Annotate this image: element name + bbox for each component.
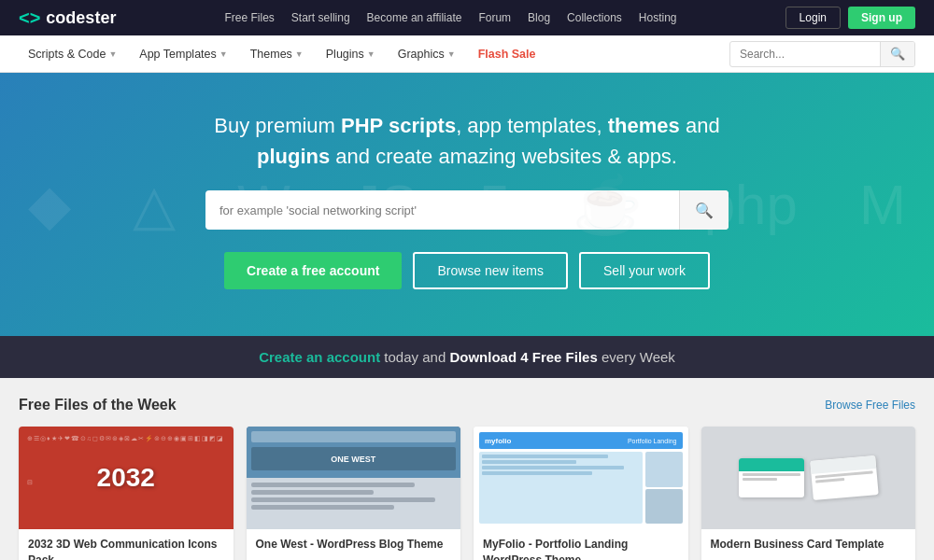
biz-card-color-band: [739, 458, 804, 471]
drupal-icon: ◆: [28, 172, 71, 237]
bizcard-preview: [701, 427, 916, 529]
card-info: MyFolio - Portfolio Landing WordPress Th…: [474, 529, 688, 560]
logo-icon: <>: [19, 7, 40, 29]
nav-forum[interactable]: Forum: [478, 11, 511, 24]
nav-graphics[interactable]: Graphics ▼: [389, 48, 465, 61]
card-thumbnail: ⊕☰◎♦★✈❤☎⊙♫ ◻⚙✉⊛◈⊠☁✂⚡⊚ ⊖⊕◉▣⊞◧◨◩◪⊟ 2032: [19, 427, 234, 529]
browse-items-button[interactable]: Browse new items: [413, 252, 568, 289]
chevron-down-icon: ▼: [219, 49, 228, 59]
search-box: 🔍: [729, 41, 915, 67]
login-button[interactable]: Login: [785, 7, 841, 29]
logo[interactable]: <> codester: [19, 7, 116, 29]
card-title: 2032 3D Web Communication Icons Pack: [28, 537, 224, 560]
signup-button[interactable]: Sign up: [848, 7, 915, 29]
chevron-down-icon: ▼: [447, 49, 456, 59]
chevron-down-icon: ▼: [367, 49, 375, 59]
wp-blog-preview: ONE WEST: [247, 427, 461, 529]
nav-hosting[interactable]: Hosting: [639, 11, 677, 24]
promo-text1: today and: [380, 349, 449, 365]
promo-bold: Download 4 Free Files: [449, 349, 597, 365]
nav-blog[interactable]: Blog: [528, 11, 550, 24]
card-thumbnail: myfolio Portfolio Landing: [474, 427, 688, 529]
card-thumbnail: [701, 427, 916, 529]
hero-search-input[interactable]: [205, 194, 679, 227]
nav-themes[interactable]: Themes ▼: [241, 48, 313, 61]
card-info: Modern Business Card Template ☰ 👍 🖥 ★★★★…: [701, 529, 916, 560]
card-info: 2032 3D Web Communication Icons Pack ☰ 👍…: [19, 529, 234, 560]
unity-icon: △: [133, 172, 176, 237]
nav-affiliate[interactable]: Become an affiliate: [367, 11, 462, 24]
promo-accent[interactable]: Create an account: [259, 349, 380, 365]
free-files-section: Free Files of the Week Browse Free Files…: [0, 378, 934, 560]
search-button[interactable]: 🔍: [880, 41, 914, 67]
hero-search-form: 🔍: [205, 190, 729, 230]
search-icon: 🔍: [890, 47, 905, 61]
card-title: Modern Business Card Template: [711, 537, 907, 553]
top-nav-right: Login Sign up: [785, 7, 915, 29]
search-icon: 🔍: [695, 203, 714, 218]
site-name: codester: [46, 8, 116, 28]
promo-text2: every Week: [598, 349, 675, 365]
top-nav-links: Free Files Start selling Become an affil…: [225, 11, 677, 24]
card-title: One West - WordPress Blog Theme: [256, 537, 452, 553]
biz-card-back: [811, 455, 879, 500]
biz-card-front: [739, 458, 804, 497]
nav-scripts[interactable]: Scripts & Code ▼: [19, 48, 126, 61]
sell-work-button[interactable]: Sell your work: [579, 252, 710, 289]
wp-header-preview: ONE WEST: [247, 427, 461, 478]
section-header: Free Files of the Week Browse Free Files: [19, 397, 915, 413]
biz-card-content: [739, 471, 804, 497]
hero-buttons: Create a free account Browse new items S…: [19, 252, 915, 289]
portfolio-preview: myfolio Portfolio Landing: [474, 427, 688, 529]
nav-collections[interactable]: Collections: [567, 11, 622, 24]
nav-app-templates[interactable]: App Templates ▼: [130, 48, 236, 61]
section-title: Free Files of the Week: [19, 397, 177, 413]
icon-count-number: 2032: [97, 463, 155, 493]
top-navigation: <> codester Free Files Start selling Bec…: [0, 0, 934, 35]
wp-content-preview: [247, 478, 461, 529]
hero-search-button[interactable]: 🔍: [679, 190, 729, 230]
promo-bar: Create an account today and Download 4 F…: [0, 336, 934, 378]
product-card: ⊕☰◎♦★✈❤☎⊙♫ ◻⚙✉⊛◈⊠☁✂⚡⊚ ⊖⊕◉▣⊞◧◨◩◪⊟ 2032 20…: [19, 427, 234, 560]
card-thumbnail: ONE WEST: [247, 427, 461, 529]
hero-headline: Buy premium PHP scripts, app templates, …: [19, 110, 915, 172]
product-card: ONE WEST One West - WordPress Blog Theme…: [247, 427, 461, 560]
hero-section: ◆ △ W JS 5 ☕ php M Buy premium PHP scrip…: [0, 73, 934, 336]
nav-free-files[interactable]: Free Files: [225, 11, 275, 24]
chevron-down-icon: ▼: [108, 49, 117, 59]
nav-start-selling[interactable]: Start selling: [291, 11, 350, 24]
magento-icon: M: [859, 173, 906, 237]
biz-card-content: [812, 469, 879, 500]
card-title: MyFolio - Portfolio Landing WordPress Th…: [483, 537, 679, 560]
product-card: myfolio Portfolio Landing: [474, 427, 688, 560]
browse-free-link[interactable]: Browse Free Files: [825, 399, 915, 412]
nav-flash-sale[interactable]: Flash Sale: [469, 48, 545, 61]
product-card: Modern Business Card Template ☰ 👍 🖥 ★★★★…: [701, 427, 916, 560]
create-account-button[interactable]: Create a free account: [224, 252, 402, 289]
card-info: One West - WordPress Blog Theme ☰ 👍 🖥 ★★…: [247, 529, 461, 560]
search-input[interactable]: [730, 48, 880, 61]
secondary-nav-links: Scripts & Code ▼ App Templates ▼ Themes …: [19, 48, 729, 61]
chevron-down-icon: ▼: [295, 49, 304, 59]
nav-plugins[interactable]: Plugins ▼: [317, 48, 385, 61]
cards-grid: ⊕☰◎♦★✈❤☎⊙♫ ◻⚙✉⊛◈⊠☁✂⚡⊚ ⊖⊕◉▣⊞◧◨◩◪⊟ 2032 20…: [19, 427, 915, 560]
secondary-navigation: Scripts & Code ▼ App Templates ▼ Themes …: [0, 35, 934, 73]
